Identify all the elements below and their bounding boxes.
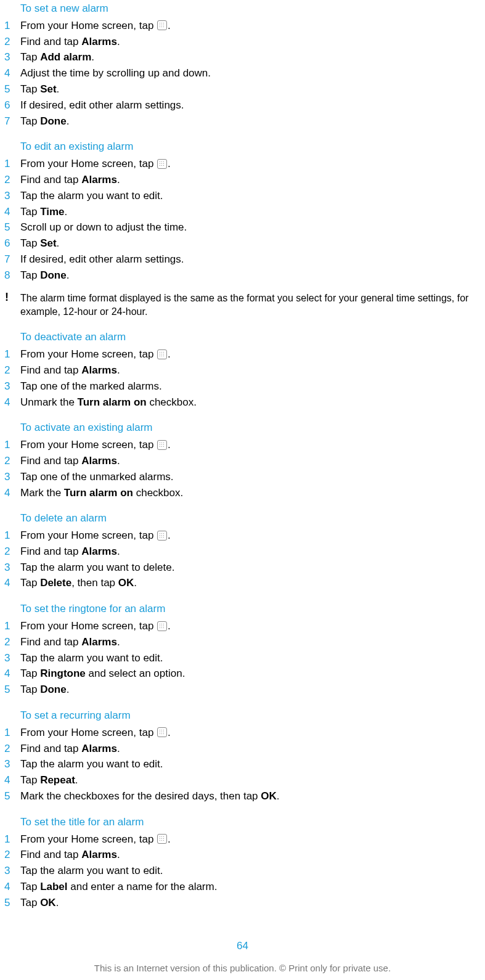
section-heading: To set a recurring alarm [20,708,485,723]
bold-text: Set [40,237,56,249]
step-number: 1 [0,347,20,362]
step-text: Unmark the Turn alarm on checkbox. [20,395,485,410]
step-text: Tap Delete, then tap OK. [20,576,485,590]
section-heading: To delete an alarm [20,511,485,526]
step-number: 6 [0,236,20,251]
step-number: 4 [0,486,20,500]
step-number: 3 [0,651,20,666]
step-row: 5Tap OK. [0,896,485,910]
step-number: 3 [0,470,20,484]
step-row: 2Find and tap Alarms. [0,544,485,559]
step-text: Scroll up or down to adjust the time. [20,220,485,235]
step-row: 1From your Home screen, tap . [0,528,485,543]
step-number: 5 [0,789,20,804]
bold-text: OK [261,790,277,802]
step-number: 4 [0,880,20,894]
section-heading: To set the title for an alarm [20,815,485,830]
step-number: 8 [0,268,20,283]
step-number: 1 [0,157,20,171]
step-row: 3Tap the alarm you want to edit. [0,189,485,203]
step-text: Tap the alarm you want to edit. [20,189,485,203]
step-text: Tap the alarm you want to edit. [20,757,485,772]
step-row: 3Tap the alarm you want to delete. [0,560,485,575]
step-number: 3 [0,379,20,394]
step-number: 7 [0,114,20,129]
apps-grid-icon [157,621,167,631]
document-page: To set a new alarm1From your Home screen… [0,0,485,910]
bold-text: Alarms [81,455,117,467]
apps-grid-icon [157,349,167,359]
step-number: 2 [0,847,20,862]
step-number: 6 [0,98,20,113]
step-row: 5Mark the checkboxes for the desired day… [0,789,485,804]
step-number: 2 [0,544,20,559]
note-text: The alarm time format displayed is the s… [20,292,485,319]
step-row: 1From your Home screen, tap . [0,619,485,634]
step-row: 4Tap Delete, then tap OK. [0,576,485,590]
step-text: Adjust the time by scrolling up and down… [20,66,485,81]
step-number: 7 [0,252,20,267]
step-row: 4Tap Repeat. [0,773,485,788]
step-row: 8Tap Done. [0,268,485,283]
apps-grid-icon [157,20,167,30]
step-row: 4Tap Time. [0,205,485,219]
bold-text: Alarms [81,545,117,557]
bold-text: Alarms [81,636,117,648]
step-row: 5Scroll up or down to adjust the time. [0,220,485,235]
step-text: Mark the checkboxes for the desired days… [20,789,485,804]
bold-text: Delete [40,577,71,589]
step-text: If desired, edit other alarm settings. [20,252,485,267]
step-text: From your Home screen, tap . [20,18,485,33]
step-number: 2 [0,363,20,378]
bold-text: Ringtone [40,668,86,679]
bold-text: Alarms [81,849,117,860]
step-text: From your Home screen, tap . [20,528,485,543]
bold-text: Done [40,115,67,127]
step-number: 5 [0,896,20,910]
step-number: 3 [0,864,20,878]
step-text: Find and tap Alarms. [20,544,485,559]
step-text: Tap Done. [20,114,485,129]
step-number: 5 [0,82,20,97]
step-number: 4 [0,773,20,788]
bold-text: Alarms [81,364,117,376]
step-row: 4Adjust the time by scrolling up and dow… [0,66,485,81]
bold-text: Turn alarm on [78,396,147,408]
section-heading: To activate an existing alarm [20,420,485,435]
step-number: 1 [0,725,20,740]
step-text: Tap OK. [20,896,485,910]
step-row: 3Tap the alarm you want to edit. [0,864,485,878]
apps-grid-icon [157,531,167,541]
page-number: 64 [0,939,485,953]
step-text: Tap Time. [20,205,485,219]
step-row: 6Tap Set. [0,236,485,251]
step-row: 4Tap Label and enter a name for the alar… [0,880,485,894]
step-row: 1From your Home screen, tap . [0,347,485,362]
step-text: Tap Done. [20,268,485,283]
step-number: 4 [0,395,20,410]
step-text: If desired, edit other alarm settings. [20,98,485,113]
step-row: 6If desired, edit other alarm settings. [0,98,485,113]
step-text: Tap the alarm you want to edit. [20,651,485,666]
step-row: 2Find and tap Alarms. [0,173,485,187]
step-number: 5 [0,682,20,697]
step-text: Tap Ringtone and select an option. [20,666,485,681]
step-row: 1From your Home screen, tap . [0,438,485,452]
bold-text: Done [40,684,67,695]
step-text: Tap one of the marked alarms. [20,379,485,394]
section-heading: To edit an existing alarm [20,139,485,154]
step-text: Find and tap Alarms. [20,173,485,187]
bold-text: Time [40,206,64,218]
bold-text: Label [40,881,67,892]
step-number: 4 [0,576,20,590]
section-heading: To set a new alarm [20,0,485,16]
bold-text: Alarms [81,174,117,186]
step-row: 2Find and tap Alarms. [0,35,485,49]
step-text: Find and tap Alarms. [20,35,485,49]
step-text: From your Home screen, tap . [20,157,485,171]
apps-grid-icon [157,834,167,844]
bold-text: Turn alarm on [64,487,133,499]
apps-grid-icon [157,159,167,169]
footer-text: This is an Internet version of this publ… [0,962,485,978]
step-number: 1 [0,528,20,543]
